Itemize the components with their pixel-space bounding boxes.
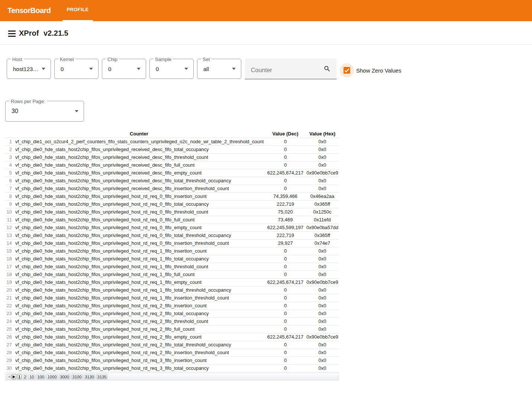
page-number-button[interactable]: 3000	[59, 374, 70, 379]
value-hex: 0x0	[306, 302, 339, 310]
page-number-button[interactable]: 1000	[46, 374, 58, 379]
value-hex: 0x90e0bb7ce9	[306, 278, 339, 286]
rows-per-page-select[interactable]: Rows per Page: 30	[5, 101, 84, 122]
value-hex: 0x0	[306, 349, 339, 356]
page-number-button[interactable]: 3135	[96, 374, 107, 379]
next-page-button[interactable]	[12, 374, 16, 379]
filter-value: host123…	[13, 59, 38, 78]
filter-select[interactable]: Set all	[197, 59, 241, 79]
value-dec: 0	[265, 294, 306, 302]
row-index: 1	[5, 138, 13, 145]
value-hex: 0x0	[306, 145, 339, 153]
value-hex: 0x0	[306, 185, 339, 192]
table-row: 10 vf_chip_die0_hde_stats_host2chip_fifo…	[5, 208, 339, 216]
table-row: 17 vf_chip_die0_hde_stats_host2chip_fifo…	[5, 263, 339, 270]
row-index: 12	[5, 224, 13, 231]
table-row: 28 vf_chip_die0_hde_stats_host2chip_fifo…	[5, 349, 339, 356]
chevron-down-icon	[42, 68, 45, 70]
page-number-button[interactable]: 100	[36, 374, 45, 379]
counter-name: vf_chip_die0_hde_stats_host2chip_fifos_u…	[13, 145, 265, 153]
value-dec: 75,020	[265, 208, 306, 216]
value-hex: 0x0	[306, 317, 339, 325]
show-zero-label[interactable]: Show Zero Values	[356, 67, 401, 74]
counter-search-field[interactable]: Counter	[245, 58, 336, 79]
col-header-value-hex: Value (Hex)	[306, 130, 339, 138]
table-row: 9 vf_chip_die0_hde_stats_host2chip_fifos…	[5, 200, 339, 208]
filter-select[interactable]: Kernel 0	[54, 59, 99, 79]
value-hex: 0x46ea2aa	[306, 192, 339, 200]
counter-name: vf_chip_die0_hde_stats_host2chip_fifos_u…	[13, 270, 265, 278]
value-dec: 73,469	[265, 216, 306, 224]
value-dec: 0	[265, 286, 306, 294]
value-dec: 222,719	[265, 231, 306, 239]
counter-name: vf_chip_die0_hde_stats_host2chip_fifos_u…	[13, 161, 265, 169]
value-hex: 0x0	[306, 341, 339, 349]
value-dec: 222,719	[265, 200, 306, 208]
value-hex: 0x90e0bb7ce9	[306, 169, 339, 177]
chevron-down-icon	[75, 110, 78, 112]
table-row: 26 vf_chip_die0_hde_stats_host2chip_fifo…	[5, 333, 339, 341]
checkbox-check-icon	[344, 67, 350, 74]
counter-name: vf_chip_die1_oci_o2cur4_2_perf_counters_…	[13, 138, 265, 145]
page-number-button[interactable]: 2	[23, 374, 27, 379]
table-row: 24 vf_chip_die0_hde_stats_host2chip_fifo…	[5, 317, 339, 325]
prev-arrow-icon	[8, 375, 10, 378]
page-number-button[interactable]: 1	[17, 374, 22, 379]
page-number-button[interactable]: 10	[28, 374, 35, 379]
row-index: 8	[5, 192, 13, 200]
page-number-list: 1 2 10 100 1000 3000 3100 3130 3135	[16, 374, 107, 379]
counter-name: vf_chip_die0_hde_stats_host2chip_fifos_u…	[13, 317, 265, 325]
table-row: 18 vf_chip_die0_hde_stats_host2chip_fifo…	[5, 270, 339, 278]
counter-name: vf_chip_die0_hde_stats_host2chip_fifos_u…	[13, 247, 265, 255]
row-index: 16	[5, 255, 13, 263]
row-index: 9	[5, 200, 13, 208]
next-arrow-icon	[13, 375, 15, 378]
counter-name: vf_chip_die0_hde_stats_host2chip_fifos_u…	[13, 325, 265, 333]
table-row: 22 vf_chip_die0_hde_stats_host2chip_fifo…	[5, 302, 339, 310]
value-dec: 0	[265, 177, 306, 185]
value-dec: 0	[265, 270, 306, 278]
value-dec: 0	[265, 302, 306, 310]
prev-page-button[interactable]	[7, 374, 12, 379]
value-dec: 0	[265, 310, 306, 317]
col-header-counter: Counter	[13, 130, 265, 138]
table-row: 29 vf_chip_die0_hde_stats_host2chip_fifo…	[5, 356, 339, 364]
counter-name: vf_chip_die0_hde_stats_host2chip_fifos_u…	[13, 216, 265, 224]
tab-profile[interactable]: PROFILE	[62, 0, 93, 21]
counter-name: vf_chip_die0_hde_stats_host2chip_fifos_u…	[13, 169, 265, 177]
value-hex: 0x0	[306, 294, 339, 302]
filter-select[interactable]: Sample 0	[149, 59, 194, 79]
filter-value: 0	[156, 59, 159, 78]
row-index: 11	[5, 216, 13, 224]
filter-select[interactable]: Host host123…	[7, 59, 51, 79]
value-dec: 0	[265, 247, 306, 255]
row-index: 7	[5, 185, 13, 192]
value-hex: 0x11efd	[306, 216, 339, 224]
counter-name: vf_chip_die0_hde_stats_host2chip_fifos_u…	[13, 349, 265, 356]
filter-select[interactable]: Chip 0	[102, 59, 146, 79]
row-index: 30	[5, 364, 13, 372]
value-dec: 622,245,674,217	[265, 278, 306, 286]
row-index: 27	[5, 341, 13, 349]
table-row: 4 vf_chip_die0_hde_stats_host2chip_fifos…	[5, 161, 339, 169]
value-dec: 0	[265, 325, 306, 333]
value-hex: 0x0	[306, 177, 339, 185]
filter-value: 0	[61, 59, 64, 78]
tab-profile-label: PROFILE	[62, 7, 93, 12]
value-hex: 0x0	[306, 161, 339, 169]
table-row: 13 vf_chip_die0_hde_stats_host2chip_fifo…	[5, 231, 339, 239]
value-hex: 0x0	[306, 138, 339, 145]
value-dec: 0	[265, 349, 306, 356]
counter-name: vf_chip_die0_hde_stats_host2chip_fifos_u…	[13, 255, 265, 263]
chevron-down-icon	[137, 68, 141, 70]
menu-icon[interactable]	[8, 31, 16, 37]
row-index: 21	[5, 294, 13, 302]
value-dec: 0	[265, 153, 306, 161]
row-index: 5	[5, 169, 13, 177]
value-dec: 74,359,466	[265, 192, 306, 200]
page-number-button[interactable]: 3130	[84, 374, 95, 379]
page-number-button[interactable]: 3100	[71, 374, 83, 379]
counter-name: vf_chip_die0_hde_stats_host2chip_fifos_u…	[13, 263, 265, 270]
show-zero-checkbox[interactable]	[340, 63, 354, 77]
counters-table: Counter Value (Dec) Value (Hex) 1 vf_chi…	[5, 130, 339, 372]
